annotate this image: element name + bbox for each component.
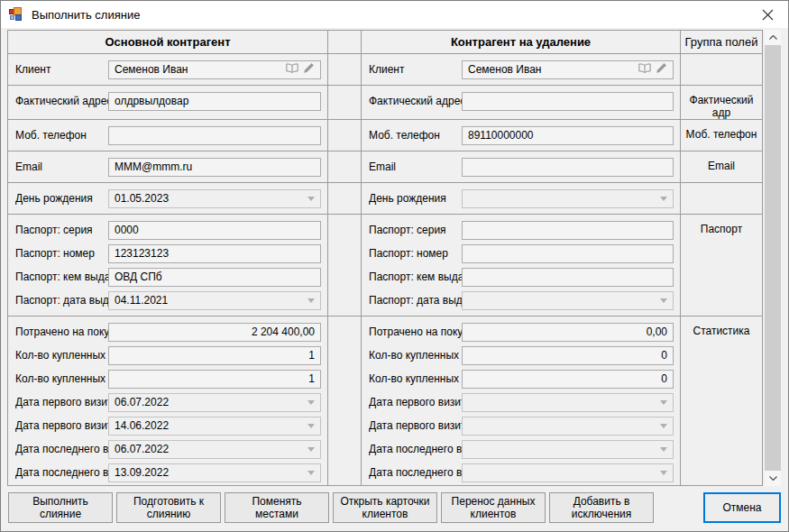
right-field-input[interactable]: 89110000000 <box>462 126 674 145</box>
field-row: Индекс активностиCAA <box>15 484 321 486</box>
left-field-input[interactable]: олдрвылдовар <box>108 92 321 111</box>
field-row: Кол-во купленных а0 <box>369 367 674 390</box>
dropdown-arrow-icon[interactable] <box>307 298 315 303</box>
main-contragent-cell: Моб. телефон <box>8 120 328 151</box>
left-field-input[interactable]: MMM@mmm.ru <box>108 158 321 177</box>
scroll-down-icon[interactable] <box>765 471 781 486</box>
left-field-input[interactable]: 01.05.2023 <box>108 189 321 208</box>
dropdown-arrow-icon[interactable] <box>660 424 667 428</box>
field-group-label: Email <box>681 151 762 182</box>
field-label: Паспорт: номер <box>15 247 108 260</box>
perform-merge-button[interactable]: Выполнить слияние <box>8 492 113 523</box>
dropdown-arrow-icon[interactable] <box>660 471 667 475</box>
field-row: Дата последнего ви <box>369 437 674 461</box>
table-row: Паспорт: серия0000Паспорт: номер12312312… <box>8 215 762 316</box>
field-row: День рождения <box>369 187 674 210</box>
field-row: Фактический адресолдрвылдовар <box>15 89 321 113</box>
left-field-input[interactable]: 1 <box>108 370 321 389</box>
left-field-input[interactable]: 2 204 400,00 <box>108 323 321 342</box>
table-row: Потрачено на покуп2 204 400,00Кол-во куп… <box>8 316 762 486</box>
left-field-input[interactable]: ОВД СПб <box>108 268 321 287</box>
titlebar: Выполнить слияние <box>1 1 788 28</box>
right-field-input[interactable]: 0,00 <box>462 323 674 342</box>
dropdown-arrow-icon[interactable] <box>307 400 315 405</box>
field-value: 0000 <box>115 224 139 236</box>
transfer-data-button[interactable]: Перенос данных клиентов <box>441 492 546 523</box>
add-exclusions-button[interactable]: Добавить в исключения <box>549 492 654 523</box>
left-field-input[interactable]: 0000 <box>108 221 321 240</box>
field-row: КлиентСеменов Иван <box>15 58 321 81</box>
field-label: Кол-во купленных н <box>369 349 462 362</box>
field-row: Паспорт: номер123123123 <box>15 242 321 265</box>
dropdown-arrow-icon[interactable] <box>307 424 315 428</box>
field-row: Паспорт: номер <box>369 242 674 265</box>
right-field-input[interactable]: Семенов Иван <box>462 60 674 79</box>
prepare-merge-button[interactable]: Подготовить к слиянию <box>116 492 221 523</box>
left-field-input[interactable]: Семенов Иван <box>108 60 321 79</box>
field-value: олдрвылдовар <box>115 95 188 107</box>
field-value: 0 <box>661 349 667 362</box>
dropdown-arrow-icon[interactable] <box>307 197 315 201</box>
table-row: День рождения01.05.2023День рождения <box>8 183 762 215</box>
right-field-input[interactable] <box>462 291 674 310</box>
field-label: Паспорт: дата выда <box>15 294 108 307</box>
field-label: Паспорт: номер <box>369 247 462 260</box>
dropdown-arrow-icon[interactable] <box>307 447 315 452</box>
main-contragent-cell: Фактический адресолдрвылдовар <box>8 86 328 119</box>
right-field-input[interactable] <box>462 92 674 111</box>
field-label: Моб. телефон <box>15 129 108 142</box>
left-field-input[interactable]: 04.11.2021 <box>108 291 321 310</box>
pencil-icon[interactable] <box>303 62 315 77</box>
delete-contragent-cell: День рождения <box>362 183 681 214</box>
field-label: Потрачено на покуп <box>15 326 108 338</box>
right-field-input[interactable] <box>462 268 674 287</box>
close-icon[interactable] <box>748 1 788 28</box>
left-field-input[interactable]: 06.07.2022 <box>108 393 321 412</box>
field-row: Фактический адрес <box>369 89 674 113</box>
field-value: 123123123 <box>115 247 169 260</box>
vertical-scrollbar[interactable] <box>765 30 781 486</box>
right-field-input[interactable] <box>462 440 674 459</box>
delete-contragent-cell: Моб. телефон89110000000 <box>362 120 681 151</box>
right-field-input[interactable] <box>462 244 674 263</box>
right-field-input[interactable] <box>462 221 674 240</box>
right-field-input[interactable] <box>462 463 674 482</box>
field-row: Паспорт: кем выдан <box>369 265 674 289</box>
scrollbar-thumb[interactable] <box>765 45 781 471</box>
right-field-input[interactable]: 0 <box>462 370 674 389</box>
table-row: Моб. телефонМоб. телефон89110000000Моб. … <box>8 120 762 151</box>
book-icon[interactable] <box>638 63 651 76</box>
left-field-input[interactable]: 13.09.2022 <box>108 463 321 482</box>
dropdown-arrow-icon[interactable] <box>660 197 667 201</box>
field-value: 89110000000 <box>468 129 534 142</box>
left-field-input[interactable] <box>108 126 321 145</box>
dropdown-arrow-icon[interactable] <box>660 400 667 405</box>
dropdown-arrow-icon[interactable] <box>660 298 667 303</box>
book-icon[interactable] <box>286 63 298 76</box>
open-cards-button[interactable]: Открыть карточки клиентов <box>333 492 437 523</box>
field-value: 01.05.2023 <box>115 192 169 205</box>
left-field-input[interactable]: 1 <box>108 346 321 365</box>
pencil-icon[interactable] <box>656 62 667 77</box>
dropdown-arrow-icon[interactable] <box>307 471 315 475</box>
scroll-up-icon[interactable] <box>765 30 781 45</box>
right-field-input[interactable]: 0 <box>462 346 674 365</box>
main-contragent-cell: День рождения01.05.2023 <box>8 183 328 214</box>
field-value: 2 204 400,00 <box>252 326 315 338</box>
field-group-label <box>681 183 762 214</box>
left-field-input[interactable]: 123123123 <box>108 244 321 263</box>
field-row: День рождения01.05.2023 <box>15 187 321 210</box>
field-row: Дата первого визит <box>369 414 674 437</box>
right-field-input[interactable] <box>462 393 674 412</box>
right-field-input[interactable] <box>462 189 674 208</box>
left-field-input[interactable]: 06.07.2022 <box>108 440 321 459</box>
field-label: Кол-во купленных а <box>369 372 462 385</box>
dropdown-arrow-icon[interactable] <box>660 447 667 452</box>
gap-cell <box>328 54 362 85</box>
swap-button[interactable]: Поменять местами <box>225 492 329 523</box>
right-field-input[interactable] <box>462 158 674 177</box>
field-value: 0,00 <box>647 326 667 338</box>
left-field-input[interactable]: 14.06.2022 <box>108 417 321 436</box>
cancel-button[interactable]: Отмена <box>703 492 781 523</box>
right-field-input[interactable] <box>462 417 674 436</box>
